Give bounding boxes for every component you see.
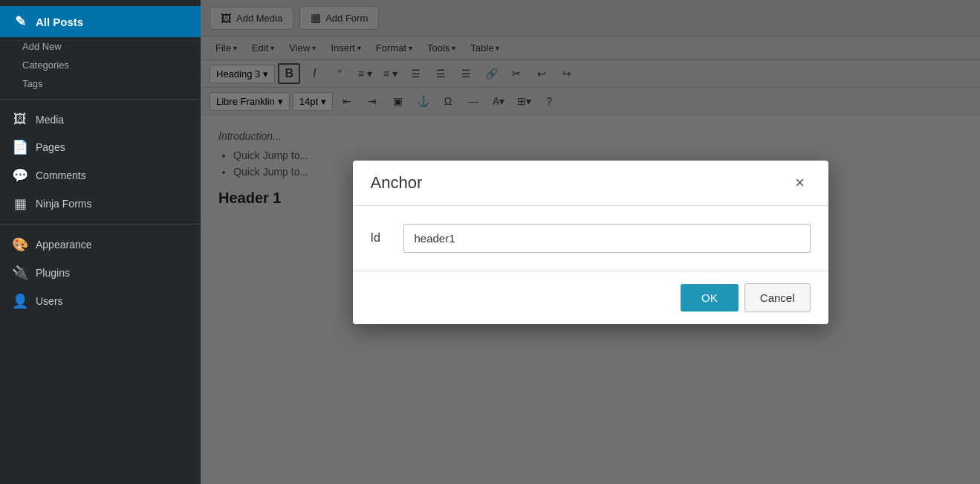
sidebar-item-add-new[interactable]: Add New bbox=[0, 37, 201, 56]
sidebar-item-ninja-forms[interactable]: ▦ Ninja Forms bbox=[0, 190, 201, 218]
sidebar-item-plugins[interactable]: 🔌 Plugins bbox=[0, 259, 201, 287]
modal-body: Id bbox=[353, 206, 828, 271]
pages-icon: 📄 bbox=[12, 139, 28, 155]
ok-button[interactable]: OK bbox=[681, 284, 739, 312]
main-content: 🖼 Add Media ▦ Add Form File ▾ Edit ▾ Vie… bbox=[201, 0, 980, 484]
users-icon: 👤 bbox=[12, 293, 28, 309]
modal-header: Anchor × bbox=[353, 161, 828, 206]
appearance-icon: 🎨 bbox=[12, 236, 28, 253]
anchor-id-input[interactable] bbox=[403, 224, 811, 253]
anchor-modal: Anchor × Id OK Cancel bbox=[353, 161, 828, 324]
media-icon: 🖼 bbox=[12, 112, 28, 127]
sidebar-item-comments[interactable]: 💬 Comments bbox=[0, 161, 201, 190]
modal-title: Anchor bbox=[371, 173, 423, 193]
modal-overlay: Anchor × Id OK Cancel bbox=[201, 0, 980, 484]
comments-icon: 💬 bbox=[12, 167, 28, 184]
sidebar-item-pages[interactable]: 📄 Pages bbox=[0, 133, 201, 161]
cancel-button[interactable]: Cancel bbox=[744, 283, 811, 312]
sidebar-item-tags[interactable]: Tags bbox=[0, 74, 201, 93]
modal-close-button[interactable]: × bbox=[790, 172, 811, 193]
plugins-icon: 🔌 bbox=[12, 265, 28, 281]
modal-id-label: Id bbox=[371, 231, 389, 245]
modal-footer: OK Cancel bbox=[353, 271, 828, 324]
sidebar: ✎ All Posts Add New Categories Tags 🖼 Me… bbox=[0, 0, 201, 484]
sidebar-item-media[interactable]: 🖼 Media bbox=[0, 106, 201, 133]
sidebar-item-users[interactable]: 👤 Users bbox=[0, 287, 201, 315]
ninja-forms-icon: ▦ bbox=[12, 196, 28, 212]
sidebar-item-categories[interactable]: Categories bbox=[0, 56, 201, 74]
sidebar-divider-1 bbox=[0, 99, 201, 100]
sidebar-divider-2 bbox=[0, 224, 201, 225]
sidebar-item-all-posts[interactable]: ✎ All Posts bbox=[0, 6, 201, 37]
posts-icon: ✎ bbox=[12, 13, 28, 30]
sidebar-item-appearance[interactable]: 🎨 Appearance bbox=[0, 230, 201, 259]
